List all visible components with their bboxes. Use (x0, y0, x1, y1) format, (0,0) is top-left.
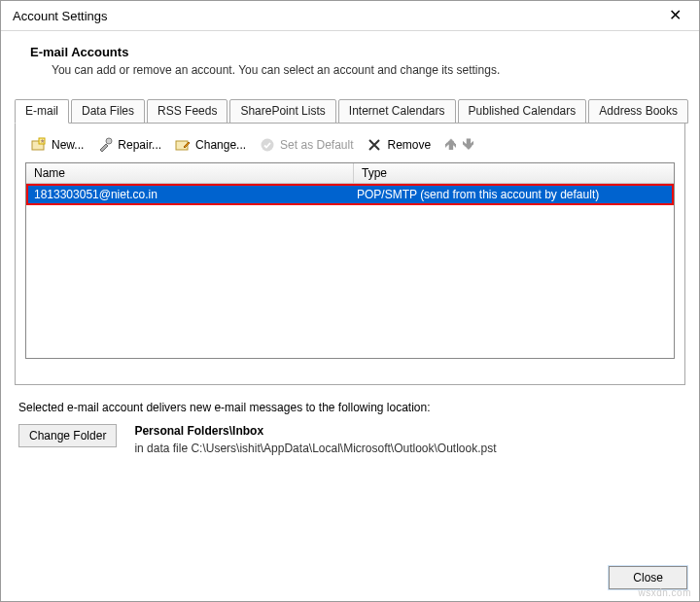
set-default-button: Set as Default (254, 135, 359, 155)
new-label: New... (52, 138, 84, 152)
change-folder-button[interactable]: Change Folder (18, 424, 117, 447)
account-name: 1813303051@niet.co.in (28, 186, 351, 203)
header-block: E-mail Accounts You can add or remove an… (1, 31, 699, 98)
titlebar: Account Settings ✕ (1, 1, 699, 31)
tab-published-calendars[interactable]: Published Calendars (458, 99, 587, 124)
tab-data-files[interactable]: Data Files (71, 99, 145, 124)
account-type: POP/SMTP (send from this account by defa… (351, 186, 672, 203)
toolbar: ★ New... Repair... Change... S (21, 133, 679, 162)
remove-icon (367, 137, 382, 153)
delivery-section: Selected e-mail account delivers new e-m… (1, 385, 699, 455)
new-icon: ★ (31, 137, 47, 153)
repair-label: Repair... (118, 138, 161, 152)
set-default-label: Set as Default (280, 138, 353, 152)
account-row[interactable]: 1813303051@niet.co.in POP/SMTP (send fro… (26, 184, 674, 205)
repair-icon (97, 137, 113, 153)
window-title: Account Settings (13, 9, 108, 23)
delivery-datafile: in data file C:\Users\ishit\AppData\Loca… (134, 442, 496, 455)
close-icon[interactable]: ✕ (659, 4, 691, 27)
change-icon (175, 137, 191, 153)
tab-panel: ★ New... Repair... Change... S (15, 123, 685, 385)
header-subtitle: You can add or remove an account. You ca… (30, 63, 685, 77)
change-button[interactable]: Change... (169, 135, 252, 155)
accounts-list: Name Type 1813303051@niet.co.in POP/SMTP… (25, 162, 675, 359)
footer: Close (609, 566, 687, 589)
svg-point-5 (262, 139, 274, 152)
list-body: 1813303051@niet.co.in POP/SMTP (send fro… (26, 184, 674, 358)
arrow-up-icon: 🡹 (444, 137, 458, 153)
column-type[interactable]: Type (354, 163, 674, 183)
delivery-intro: Selected e-mail account delivers new e-m… (18, 401, 682, 414)
tab-rss-feeds[interactable]: RSS Feeds (147, 99, 228, 124)
tabs: E-mail Data Files RSS Feeds SharePoint L… (1, 99, 699, 124)
header-title: E-mail Accounts (30, 45, 685, 59)
change-label: Change... (195, 138, 246, 152)
tab-email[interactable]: E-mail (15, 99, 69, 124)
watermark: wsxdn.com (638, 587, 691, 598)
new-button[interactable]: ★ New... (25, 135, 89, 155)
tab-internet-calendars[interactable]: Internet Calendars (338, 99, 456, 124)
delivery-details: Personal Folders\Inbox in data file C:\U… (134, 424, 496, 455)
tab-address-books[interactable]: Address Books (588, 99, 688, 124)
close-button[interactable]: Close (609, 566, 687, 589)
remove-label: Remove (387, 138, 431, 152)
list-header: Name Type (26, 163, 674, 184)
svg-text:★: ★ (40, 138, 45, 144)
account-settings-window: Account Settings ✕ E-mail Accounts You c… (0, 0, 700, 602)
column-name[interactable]: Name (26, 163, 354, 183)
reorder-arrows: 🡹 🡻 (438, 137, 475, 153)
repair-button[interactable]: Repair... (91, 135, 167, 155)
svg-point-3 (106, 138, 112, 144)
arrow-down-icon: 🡻 (462, 137, 475, 153)
tab-sharepoint-lists[interactable]: SharePoint Lists (229, 99, 335, 124)
remove-button[interactable]: Remove (361, 135, 437, 155)
delivery-folder-path: Personal Folders\Inbox (134, 424, 496, 438)
check-circle-icon (260, 137, 275, 153)
